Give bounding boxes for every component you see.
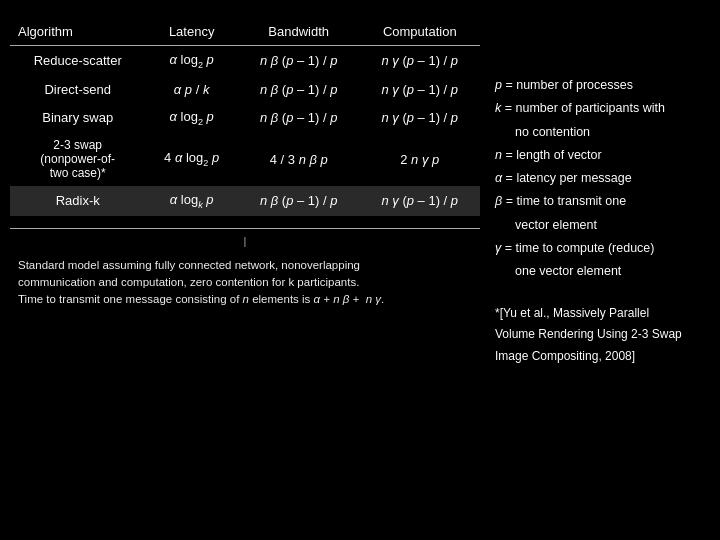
legend-gamma: γ = time to compute (reduce) (495, 238, 720, 259)
col-header-bandwidth: Bandwidth (238, 20, 360, 46)
table-row: Direct-send α p / k n β (p – 1) / p n γ … (10, 76, 480, 103)
cell-latency: α log2 p (145, 46, 238, 76)
table-row: Reduce-scatter α log2 p n β (p – 1) / p … (10, 46, 480, 76)
col-header-algorithm: Algorithm (10, 20, 145, 46)
cell-latency: 4 α log2 p (145, 132, 238, 186)
cell-bandwidth: n β (p – 1) / p (238, 76, 360, 103)
cell-computation: n γ (p – 1) / p (360, 103, 480, 133)
cell-latency: α p / k (145, 76, 238, 103)
table-row: Binary swap α log2 p n β (p – 1) / p n γ… (10, 103, 480, 133)
footer-text: Standard model assuming fully connected … (10, 253, 480, 313)
table-row: 2-3 swap(nonpower-of-two case)* 4 α log2… (10, 132, 480, 186)
reference-text: *[Yu et al., Massively Parallel Volume R… (495, 304, 720, 366)
legend-alpha: α = latency per message (495, 168, 720, 189)
cell-latency: α log2 p (145, 103, 238, 133)
cell-bandwidth: n β (p – 1) / p (238, 46, 360, 76)
table-area: Algorithm Latency Bandwidth Computation … (10, 20, 480, 530)
cell-algorithm: Binary swap (10, 103, 145, 133)
col-header-latency: Latency (145, 20, 238, 46)
col-header-computation: Computation (360, 20, 480, 46)
legend-k: k = number of participants with (495, 98, 720, 119)
cell-latency: α logk p (145, 186, 238, 216)
cell-computation: n γ (p – 1) / p (360, 76, 480, 103)
cell-algorithm: Radix-k (10, 186, 145, 216)
cell-bandwidth: n β (p – 1) / p (238, 186, 360, 216)
algorithm-table: Algorithm Latency Bandwidth Computation … (10, 20, 480, 216)
cell-computation: n γ (p – 1) / p (360, 186, 480, 216)
cell-algorithm: Reduce-scatter (10, 46, 145, 76)
table-row-radix-k: Radix-k α logk p n β (p – 1) / p n γ (p … (10, 186, 480, 216)
legend-beta: β = time to transmit one (495, 191, 720, 212)
cell-bandwidth: 4 / 3 n β p (238, 132, 360, 186)
cell-computation: 2 n γ p (360, 132, 480, 186)
legend-p: p = number of processes (495, 75, 720, 96)
cell-computation: n γ (p – 1) / p (360, 46, 480, 76)
cell-algorithm: 2-3 swap(nonpower-of-two case)* (10, 132, 145, 186)
legend-gamma-cont: one vector element (495, 261, 720, 282)
legend-n: n = length of vector (495, 145, 720, 166)
cell-bandwidth: n β (p – 1) / p (238, 103, 360, 133)
legend-beta-cont: vector element (495, 215, 720, 236)
legend-k-cont: no contention (495, 122, 720, 143)
legend-content: p = number of processes k = number of pa… (495, 75, 720, 282)
cell-algorithm: Direct-send (10, 76, 145, 103)
legend-area: p = number of processes k = number of pa… (480, 20, 720, 530)
